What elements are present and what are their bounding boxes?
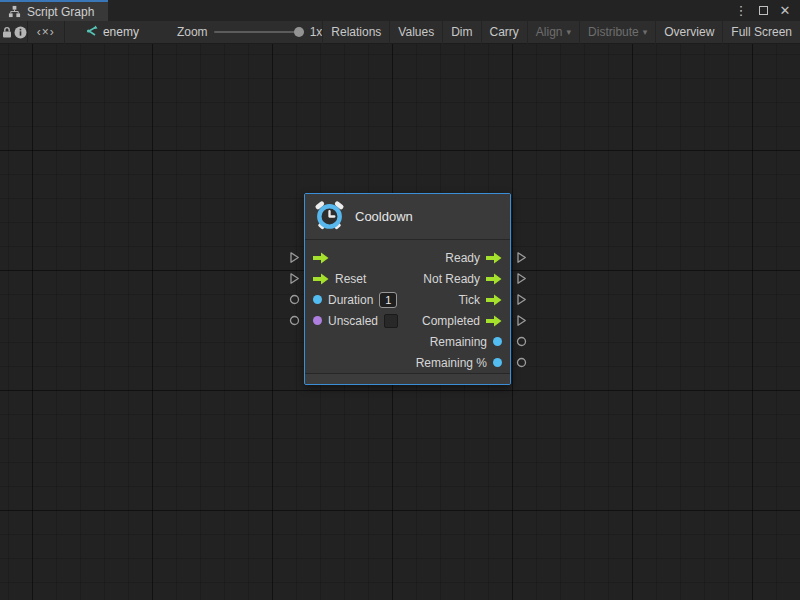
button-label: Carry	[490, 25, 519, 39]
zoom-value: 1x	[310, 25, 323, 39]
port-label: Reset	[335, 272, 366, 286]
align-button[interactable]: Align ▾	[527, 21, 579, 44]
value-dot-icon	[313, 316, 322, 325]
zoom-label: Zoom	[177, 25, 208, 39]
value-input-port[interactable]	[286, 289, 302, 310]
button-label: Dim	[451, 25, 472, 39]
remaining-port[interactable]: Remaining	[430, 335, 502, 349]
node-header[interactable]: Cooldown	[305, 194, 510, 240]
button-label: Align	[536, 25, 563, 39]
empty-slot	[286, 352, 302, 373]
external-input-ports	[286, 247, 302, 385]
node-body: Ready Reset Not Ready	[305, 240, 510, 373]
flow-arrow-icon	[486, 315, 502, 327]
value-output-port[interactable]	[513, 352, 529, 373]
alarm-clock-icon	[314, 200, 345, 234]
duration-input[interactable]	[379, 292, 397, 308]
maximize-icon[interactable]	[754, 2, 772, 20]
values-button[interactable]: Values	[389, 21, 442, 44]
code-preview-toggle[interactable]: ‹×›	[27, 25, 64, 39]
cooldown-node-group: Cooldown Ready Reset	[286, 193, 529, 385]
button-label: Overview	[664, 25, 714, 39]
value-dot-icon	[313, 295, 322, 304]
full-screen-button[interactable]: Full Screen	[722, 21, 800, 44]
port-row: Ready	[305, 247, 510, 268]
flow-arrow-icon	[486, 273, 502, 285]
node-footer	[305, 373, 510, 384]
port-label: Remaining	[430, 335, 487, 349]
zoom-slider-handle[interactable]	[294, 27, 304, 37]
port-label: Ready	[445, 251, 480, 265]
flow-in-port[interactable]	[313, 252, 329, 264]
window-menu-icon[interactable]: ⋮	[732, 2, 750, 20]
close-icon[interactable]: ✕	[776, 2, 794, 20]
tab-script-graph[interactable]: Script Graph	[0, 0, 108, 21]
port-label: Duration	[328, 293, 373, 307]
port-label: Completed	[422, 314, 480, 328]
button-label: Relations	[331, 25, 381, 39]
port-label: Unscaled	[328, 314, 378, 328]
graph-edge-icon	[85, 25, 98, 40]
flow-arrow-icon	[313, 273, 329, 285]
completed-port[interactable]: Completed	[422, 314, 502, 328]
carry-button[interactable]: Carry	[481, 21, 527, 44]
value-dot-icon	[493, 358, 502, 367]
title-bar: Script Graph ⋮ ✕	[0, 0, 800, 21]
node-title: Cooldown	[355, 209, 413, 224]
flow-arrow-icon	[313, 252, 329, 264]
zoom-slider[interactable]	[214, 31, 304, 33]
graph-toolbar: ‹×› enemy Zoom 1x Relations Values Dim C…	[0, 21, 800, 44]
chevron-down-icon: ▾	[643, 28, 648, 37]
ready-port[interactable]: Ready	[445, 251, 502, 265]
info-icon[interactable]	[13, 21, 26, 44]
flow-output-port[interactable]	[513, 310, 529, 331]
cooldown-node[interactable]: Cooldown Ready Reset	[304, 193, 511, 385]
unscaled-checkbox[interactable]	[384, 314, 398, 328]
value-input-port[interactable]	[286, 310, 302, 331]
reset-port[interactable]: Reset	[313, 272, 366, 286]
graph-hierarchy-icon	[8, 5, 21, 18]
port-row: Reset Not Ready	[305, 268, 510, 289]
tab-label: Script Graph	[27, 5, 94, 19]
flow-input-port[interactable]	[286, 268, 302, 289]
empty-slot	[286, 331, 302, 352]
unscaled-port[interactable]: Unscaled	[313, 314, 398, 328]
value-output-port[interactable]	[513, 331, 529, 352]
button-label: Values	[398, 25, 434, 39]
value-dot-icon	[493, 337, 502, 346]
remaining-percent-port[interactable]: Remaining %	[416, 356, 502, 370]
external-output-ports	[513, 247, 529, 385]
port-row: Duration Tick	[305, 289, 510, 310]
graph-canvas[interactable]: Cooldown Ready Reset	[0, 44, 800, 600]
flow-output-port[interactable]	[513, 289, 529, 310]
flow-output-port[interactable]	[513, 268, 529, 289]
breadcrumb-label: enemy	[103, 25, 139, 39]
lock-icon[interactable]	[0, 21, 13, 44]
port-row: Unscaled Completed	[305, 310, 510, 331]
overview-button[interactable]: Overview	[655, 21, 722, 44]
breadcrumb-graph[interactable]: enemy	[75, 25, 149, 40]
duration-port[interactable]: Duration	[313, 292, 397, 308]
button-label: Full Screen	[731, 25, 792, 39]
flow-output-port[interactable]	[513, 247, 529, 268]
chevron-down-icon: ▾	[567, 28, 572, 37]
flow-arrow-icon	[486, 252, 502, 264]
button-label: Distribute	[588, 25, 639, 39]
toolbar-separator	[64, 21, 65, 44]
port-label: Remaining %	[416, 356, 487, 370]
not-ready-port[interactable]: Not Ready	[423, 272, 502, 286]
port-label: Not Ready	[423, 272, 480, 286]
flow-input-port[interactable]	[286, 247, 302, 268]
tick-port[interactable]: Tick	[458, 293, 502, 307]
relations-button[interactable]: Relations	[322, 21, 389, 44]
port-row: Remaining	[305, 331, 510, 352]
port-label: Tick	[458, 293, 480, 307]
dim-button[interactable]: Dim	[442, 21, 480, 44]
flow-arrow-icon	[486, 294, 502, 306]
distribute-button[interactable]: Distribute ▾	[579, 21, 655, 44]
maximize-box	[759, 6, 768, 15]
port-row: Remaining %	[305, 352, 510, 373]
